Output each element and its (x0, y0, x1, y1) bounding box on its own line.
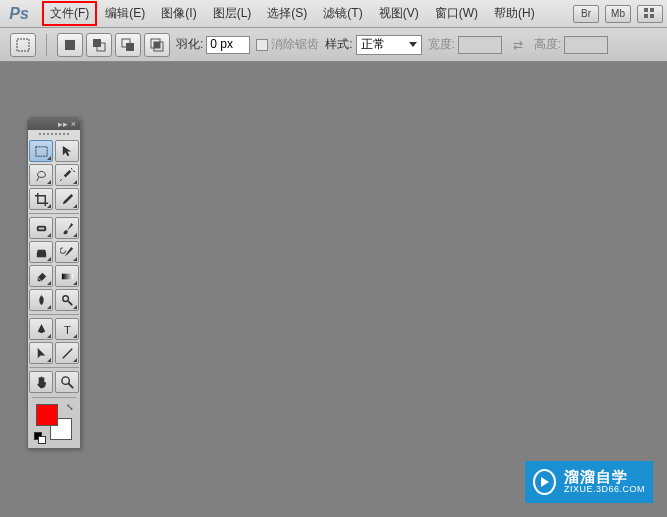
width-input (458, 36, 502, 54)
new-selection-button[interactable] (57, 33, 83, 57)
tool-panel-header[interactable]: ▸▸ × (28, 118, 80, 130)
brush-tool[interactable] (55, 217, 79, 239)
menu-window[interactable]: 窗口(W) (427, 1, 486, 26)
healing-brush-tool[interactable] (29, 217, 53, 239)
watermark: 溜溜自学 ZIXUE.3D66.COM (525, 461, 653, 503)
antialias-checkbox[interactable] (256, 39, 268, 51)
tool-separator (29, 213, 79, 214)
zoom-tool[interactable] (55, 371, 79, 393)
color-swatches: ⤡ (28, 400, 80, 448)
swap-colors-icon[interactable]: ⤡ (66, 402, 74, 412)
svg-point-13 (62, 295, 68, 301)
add-selection-button[interactable] (86, 33, 112, 57)
intersect-selection-button[interactable] (144, 33, 170, 57)
height-group: 高度: (534, 36, 608, 54)
style-label: 样式: (325, 36, 352, 53)
svg-rect-8 (154, 42, 160, 48)
panel-grip[interactable] (28, 130, 80, 138)
default-colors-icon[interactable] (34, 432, 46, 444)
svg-rect-1 (65, 40, 75, 50)
antialias-label: 消除锯齿 (271, 36, 319, 53)
eyedropper-tool[interactable] (55, 188, 79, 210)
history-brush-tool[interactable] (55, 241, 79, 263)
minibridge-button[interactable]: Mb (605, 5, 631, 23)
menu-file[interactable]: 文件(F) (42, 1, 97, 26)
style-select[interactable]: 正常 (356, 35, 422, 55)
dodge-tool[interactable] (55, 289, 79, 311)
menu-edit[interactable]: 编辑(E) (97, 1, 153, 26)
chevron-down-icon (409, 42, 417, 47)
blur-tool[interactable] (29, 289, 53, 311)
magic-wand-tool[interactable] (55, 164, 79, 186)
hand-tool[interactable] (29, 371, 53, 393)
pen-tool[interactable] (29, 318, 53, 340)
type-tool[interactable]: T (55, 318, 79, 340)
tool-separator (29, 314, 79, 315)
menu-help[interactable]: 帮助(H) (486, 1, 543, 26)
menu-right-group: Br Mb (573, 5, 663, 23)
menu-view[interactable]: 视图(V) (371, 1, 427, 26)
path-selection-tool[interactable] (29, 342, 53, 364)
svg-rect-5 (126, 43, 134, 51)
collapse-icon: ▸▸ (58, 119, 68, 129)
options-bar: 羽化: 0 px 消除锯齿 样式: 正常 宽度: ⇄ 高度: (0, 28, 667, 62)
play-icon (533, 469, 556, 495)
gradient-tool[interactable] (55, 265, 79, 287)
crop-tool[interactable] (29, 188, 53, 210)
menu-filter[interactable]: 滤镜(T) (315, 1, 370, 26)
move-tool[interactable] (55, 140, 79, 162)
menu-bar: Ps 文件(F) 编辑(E) 图像(I) 图层(L) 选择(S) 滤镜(T) 视… (0, 0, 667, 28)
style-group: 样式: 正常 (325, 35, 421, 55)
lasso-tool[interactable] (29, 164, 53, 186)
subtract-selection-button[interactable] (115, 33, 141, 57)
tool-separator (32, 397, 76, 398)
app-logo: Ps (4, 4, 34, 24)
swap-dimensions-button: ⇄ (508, 36, 528, 54)
rectangular-marquee-tool[interactable] (29, 140, 53, 162)
width-group: 宽度: (428, 36, 502, 54)
separator (46, 34, 47, 56)
svg-rect-12 (61, 273, 72, 279)
bridge-button[interactable]: Br (573, 5, 599, 23)
line-tool[interactable] (55, 342, 79, 364)
height-label: 高度: (534, 36, 561, 53)
menu-select[interactable]: 选择(S) (259, 1, 315, 26)
height-input (564, 36, 608, 54)
tool-separator (29, 367, 79, 368)
clone-stamp-tool[interactable] (29, 241, 53, 263)
svg-rect-0 (17, 39, 29, 51)
feather-label: 羽化: (176, 36, 203, 53)
svg-rect-9 (35, 146, 46, 155)
style-value: 正常 (361, 36, 385, 53)
eraser-tool[interactable] (29, 265, 53, 287)
close-icon: × (71, 119, 76, 129)
watermark-title: 溜溜自学 (564, 469, 645, 486)
active-tool-indicator[interactable] (10, 33, 36, 57)
watermark-url: ZIXUE.3D66.COM (564, 485, 645, 495)
menu-image[interactable]: 图像(I) (153, 1, 204, 26)
svg-rect-11 (38, 227, 44, 229)
svg-point-15 (61, 376, 69, 384)
foreground-color-swatch[interactable] (36, 404, 58, 426)
svg-text:T: T (64, 324, 71, 336)
tool-grid: T (28, 138, 80, 395)
screen-mode-button[interactable] (637, 5, 663, 23)
feather-input[interactable]: 0 px (206, 36, 250, 54)
width-label: 宽度: (428, 36, 455, 53)
selection-mode-group (57, 33, 170, 57)
menu-layer[interactable]: 图层(L) (205, 1, 260, 26)
feather-group: 羽化: 0 px (176, 36, 250, 54)
tool-panel: ▸▸ × T ⤡ (27, 117, 81, 449)
antialias-group: 消除锯齿 (256, 36, 319, 53)
